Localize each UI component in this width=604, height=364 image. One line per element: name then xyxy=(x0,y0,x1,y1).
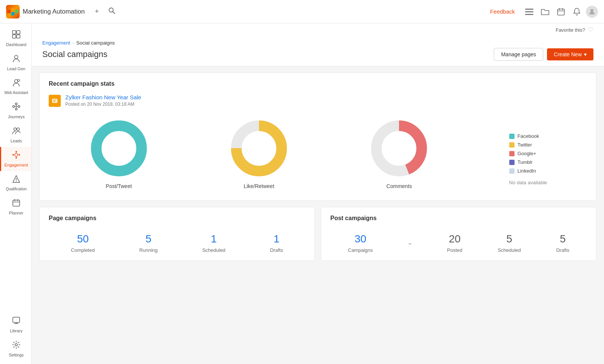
favorite-heart-icon[interactable]: ♡ xyxy=(587,26,593,34)
svg-point-4 xyxy=(109,8,113,12)
sidebar-item-leads[interactable]: Leads xyxy=(0,123,31,147)
library-icon xyxy=(12,316,20,327)
svg-point-46 xyxy=(96,126,142,171)
content-area: Recent campaign stats Zylker Fashion New… xyxy=(32,66,604,364)
page-stat-drafts: 1 Drafts xyxy=(270,233,283,253)
legend-item-googleplus: Google+ xyxy=(509,151,547,156)
sidebar-label-engagement: Engagement xyxy=(5,163,28,167)
zoho-icon xyxy=(6,5,20,19)
sidebar-label-journeys: Journeys xyxy=(8,114,25,119)
post-scheduled-number: 5 xyxy=(506,233,512,245)
svg-rect-7 xyxy=(525,11,533,12)
settings-icon xyxy=(12,341,20,351)
favorite-text: Favorite this? xyxy=(556,27,585,33)
tumblr-label: Tumblr xyxy=(518,159,533,165)
svg-rect-16 xyxy=(12,35,16,38)
sidebar-item-library[interactable]: Library xyxy=(6,313,25,337)
planner-icon xyxy=(12,199,20,209)
post-stat-scheduled: 5 Scheduled xyxy=(498,233,521,253)
sidebar-item-webassistant[interactable]: Web Assistant xyxy=(0,75,31,99)
post-campaigns-card: Post campaigns 30 Campaigns - 20 Posted … xyxy=(321,207,596,261)
folder-button[interactable] xyxy=(538,5,552,19)
svg-point-27 xyxy=(14,128,17,131)
sidebar-label-planner: Planner xyxy=(9,211,23,215)
svg-rect-17 xyxy=(17,35,20,38)
create-new-label: Create New xyxy=(554,51,582,57)
comments-chart: Comments xyxy=(369,118,429,189)
notifications-button[interactable] xyxy=(570,5,584,19)
leads-icon xyxy=(12,126,20,137)
app-logo: Marketing Automation xyxy=(6,5,85,19)
manage-pages-button[interactable]: Manage pages xyxy=(494,48,543,61)
scheduled-label: Scheduled xyxy=(202,247,225,253)
svg-point-24 xyxy=(15,108,17,110)
post-drafts-number: 5 xyxy=(560,233,566,245)
post-stat-drafts: 5 Drafts xyxy=(556,233,569,253)
like-retweet-chart: Like/Retweet xyxy=(229,118,289,189)
svg-rect-14 xyxy=(12,31,16,34)
svg-point-32 xyxy=(12,154,14,156)
campaigns-label: Campaigns xyxy=(348,247,373,253)
svg-rect-37 xyxy=(13,200,20,206)
recent-stats-card: Recent campaign stats Zylker Fashion New… xyxy=(39,72,596,201)
sidebar-item-journeys[interactable]: Journeys xyxy=(0,99,31,123)
like-retweet-donut xyxy=(229,118,289,179)
sidebar-label-library: Library xyxy=(10,329,23,333)
campaign-name[interactable]: Zylker Fashion New Year Sale xyxy=(65,94,141,100)
main-content: Favorite this? ♡ Engagement › Social cam… xyxy=(32,23,604,364)
add-tab-button[interactable]: + xyxy=(91,6,103,18)
sidebar-label-leads: Leads xyxy=(11,139,22,143)
page-campaigns-stats: 50 Completed 5 Running 1 Scheduled 1 xyxy=(49,233,305,253)
no-data-text: No data available xyxy=(509,180,547,185)
campaign-date: Posted on 20 Nov 2018, 03:18 AM xyxy=(65,102,141,107)
completed-number: 50 xyxy=(77,233,89,245)
sidebar-item-engagement[interactable]: Engagement xyxy=(0,147,31,171)
dashboard-icon xyxy=(12,30,20,41)
webassistant-icon xyxy=(12,79,20,89)
sidebar: Dashboard Lead Gen Web Assistant xyxy=(0,23,32,364)
sidebar-item-qualification[interactable]: Qualification xyxy=(0,171,31,195)
search-button[interactable] xyxy=(106,6,118,18)
scheduled-number: 1 xyxy=(211,233,217,245)
recent-stats-title: Recent campaign stats xyxy=(49,80,587,87)
page-stat-scheduled: 1 Scheduled xyxy=(202,233,225,253)
legend-item-twitter: Twitter xyxy=(509,142,547,148)
svg-line-5 xyxy=(113,12,115,14)
post-tweet-donut xyxy=(89,118,149,179)
campaign-info: Zylker Fashion New Year Sale Posted on 2… xyxy=(49,94,587,107)
breadcrumb: Engagement › Social campaigns xyxy=(42,36,593,48)
svg-point-28 xyxy=(17,128,20,131)
feedback-link[interactable]: Feedback xyxy=(487,7,518,16)
campaigns-number: 30 xyxy=(354,233,366,245)
list-view-button[interactable] xyxy=(522,5,536,19)
user-avatar[interactable] xyxy=(586,6,598,18)
calendar-button[interactable] xyxy=(554,5,568,19)
svg-point-23 xyxy=(18,106,20,108)
campaign-details: Zylker Fashion New Year Sale Posted on 2… xyxy=(65,94,141,107)
engagement-icon xyxy=(12,151,20,161)
topbar: Marketing Automation + Feedback xyxy=(0,0,604,23)
comments-donut xyxy=(369,118,429,179)
sidebar-item-leadgen[interactable]: Lead Gen xyxy=(0,51,31,75)
post-scheduled-label: Scheduled xyxy=(498,247,521,253)
sidebar-item-planner[interactable]: Planner xyxy=(0,195,31,219)
completed-label: Completed xyxy=(71,247,95,253)
svg-rect-15 xyxy=(17,31,20,34)
facebook-label: Facebook xyxy=(518,133,539,139)
svg-rect-8 xyxy=(525,14,533,15)
posted-label: Posted xyxy=(447,247,462,253)
sidebar-label-settings: Settings xyxy=(9,353,24,357)
breadcrumb-parent[interactable]: Engagement xyxy=(42,40,70,46)
googleplus-label: Google+ xyxy=(518,151,536,156)
legend-item-tumblr: Tumblr xyxy=(509,159,547,165)
like-retweet-label: Like/Retweet xyxy=(244,183,274,189)
sidebar-item-dashboard[interactable]: Dashboard xyxy=(0,26,31,51)
svg-point-31 xyxy=(15,157,17,159)
topbar-right-icons xyxy=(522,5,598,19)
create-new-button[interactable]: Create New ▾ xyxy=(547,48,593,60)
twitter-label: Twitter xyxy=(518,142,532,148)
legend-item-facebook: Facebook xyxy=(509,133,547,139)
svg-rect-9 xyxy=(558,9,564,15)
sidebar-item-settings[interactable]: Settings xyxy=(6,337,25,361)
tumblr-dot xyxy=(509,160,515,165)
